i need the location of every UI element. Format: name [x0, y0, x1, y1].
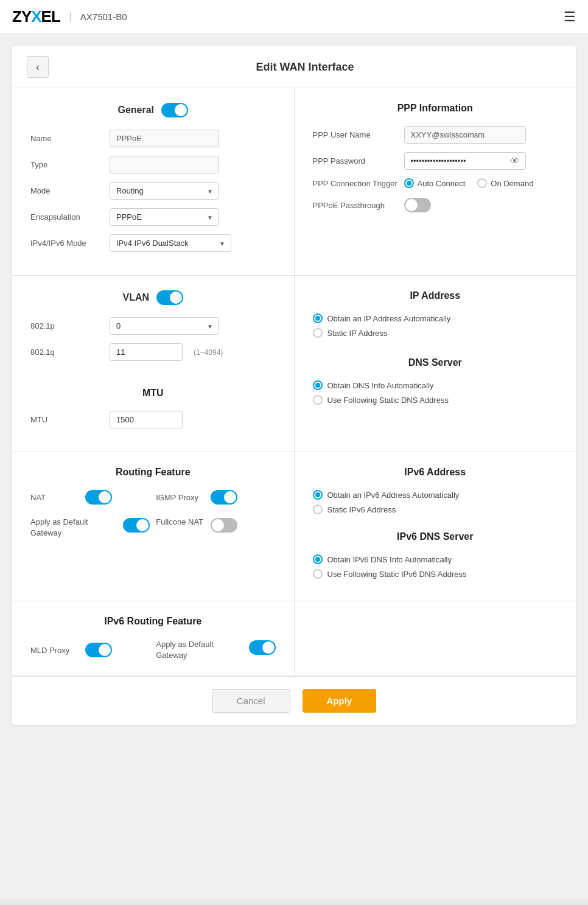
igmp-toggle[interactable]: [211, 490, 237, 505]
dns-static-label: Use Following Static DNS Address: [327, 396, 449, 405]
ppp-passthrough-row: PPPoE Passthrough: [313, 198, 558, 212]
page-header: ‹ Edit WAN Interface: [12, 46, 576, 88]
ipv6-dns-auto-radio[interactable]: [313, 554, 323, 564]
ipmode-select[interactable]: IPv4 IPv6 DualStack: [110, 234, 231, 252]
ipv6-dns-auto-row[interactable]: Obtain IPv6 DNS Info Automatically: [313, 554, 558, 564]
ipv6-dns-static-row[interactable]: Use Following Static IPv6 DNS Address: [313, 569, 558, 579]
routing-feature-title: Routing Feature: [30, 467, 276, 478]
ipv6-default-gw-item: Apply as Default Gateway: [156, 639, 275, 661]
name-input[interactable]: [110, 130, 219, 147]
8021q-label: 802.1q: [30, 348, 103, 357]
ipv6-static-label: Static IPv6 Address: [327, 505, 396, 514]
mode-select[interactable]: Routing: [110, 182, 219, 200]
8021p-select[interactable]: 0: [110, 317, 219, 335]
mode-label: Mode: [30, 186, 103, 195]
ip-auto-label: Obtain an IP Address Automatically: [327, 314, 451, 323]
ipv6-auto-row[interactable]: Obtain an IPv6 Address Automatically: [313, 490, 558, 500]
8021q-hint: (1~4094): [194, 348, 223, 357]
name-label: Name: [30, 134, 103, 143]
ipv6-auto-label: Obtain an IPv6 Address Automatically: [327, 491, 460, 500]
fullcone-toggle[interactable]: [211, 518, 237, 533]
general-title: General: [117, 105, 154, 116]
trigger-ondemand-label: On Demand: [491, 179, 533, 188]
password-eye-icon[interactable]: 👁: [510, 156, 520, 167]
section-ipv6-routing: IPv6 Routing Feature MLD Proxy Apply as …: [12, 601, 576, 676]
default-gw-item: Apply as Default Gateway: [30, 517, 150, 539]
mode-select-wrapper: Routing: [110, 182, 219, 200]
dns-static-radio[interactable]: [313, 395, 323, 405]
ppp-username-input[interactable]: [404, 126, 526, 144]
ipv6-address-title: IPv6 Address: [313, 467, 558, 478]
ipv6-default-gw-toggle[interactable]: [249, 640, 276, 655]
ppp-username-row: PPP User Name: [313, 126, 558, 144]
mld-label: MLD Proxy: [30, 646, 79, 655]
encap-label: Encapsulation: [30, 212, 103, 222]
mtu-row: MTU: [30, 411, 276, 428]
page-title: Edit WAN Interface: [49, 61, 561, 74]
vlan-toggle[interactable]: [156, 290, 183, 305]
ppp-password-label: PPP Password: [313, 156, 398, 166]
apply-button[interactable]: Apply: [303, 689, 377, 713]
ppp-password-wrapper: 👁: [404, 152, 526, 170]
nat-label: NAT: [30, 493, 79, 502]
routing-feature-section: Routing Feature NAT IGMP Proxy Apply as …: [12, 452, 295, 601]
general-toggle[interactable]: [161, 103, 188, 117]
ip-dns-section: IP Address Obtain an IP Address Automati…: [295, 276, 576, 452]
ipv6-dns-group: Obtain IPv6 DNS Info Automatically Use F…: [313, 554, 558, 579]
mtu-title: MTU: [30, 388, 276, 399]
header-left: ZYXEL AX7501-B0: [12, 7, 127, 26]
hamburger-menu[interactable]: ☰: [564, 9, 576, 25]
ipv6-auto-radio[interactable]: [313, 490, 323, 500]
nat-toggle[interactable]: [85, 490, 112, 505]
trigger-auto-option[interactable]: Auto Connect: [404, 178, 466, 188]
ipmode-select-wrapper: IPv4 IPv6 DualStack: [110, 234, 231, 252]
igmp-item: IGMP Proxy: [156, 490, 275, 505]
ipv6-dns-static-label: Use Following Static IPv6 DNS Address: [327, 570, 467, 579]
ipv6-static-row[interactable]: Static IPv6 Address: [313, 505, 558, 514]
8021q-input[interactable]: [110, 343, 183, 361]
mtu-input[interactable]: [110, 411, 183, 428]
igmp-label: IGMP Proxy: [156, 493, 205, 502]
trigger-auto-radio[interactable]: [404, 178, 414, 188]
dns-auto-radio[interactable]: [313, 380, 323, 390]
ipv6-dns-auto-label: Obtain IPv6 DNS Info Automatically: [327, 555, 452, 564]
ppp-passthrough-label: PPPoE Passthrough: [313, 201, 398, 210]
vlan-mtu-section: VLAN 802.1p 0 802.1q (1~4094) MTU: [12, 276, 295, 452]
8021p-row: 802.1p 0: [30, 317, 276, 335]
mld-toggle[interactable]: [85, 643, 112, 657]
ipv6-static-radio[interactable]: [313, 505, 323, 514]
trigger-ondemand-radio[interactable]: [477, 178, 487, 188]
main-card: ‹ Edit WAN Interface General Name Type M…: [12, 46, 576, 725]
ip-static-row[interactable]: Static IP Address: [313, 328, 558, 338]
back-button[interactable]: ‹: [27, 56, 49, 78]
ppp-trigger-row: PPP Connection Trigger Auto Connect On D…: [313, 178, 558, 189]
ppp-section: PPP Information PPP User Name PPP Passwo…: [295, 88, 576, 275]
dns-static-row[interactable]: Use Following Static DNS Address: [313, 395, 558, 405]
ipv6-routing-title: IPv6 Routing Feature: [30, 616, 276, 627]
8021q-row: 802.1q (1~4094): [30, 343, 276, 361]
section-general-ppp: General Name Type Mode Routing: [12, 88, 576, 276]
cancel-button[interactable]: Cancel: [212, 689, 290, 713]
ip-auto-row[interactable]: Obtain an IP Address Automatically: [313, 313, 558, 323]
type-label: Type: [30, 160, 103, 169]
ppp-password-input[interactable]: [404, 152, 526, 170]
dns-auto-row[interactable]: Obtain DNS Info Automatically: [313, 380, 558, 390]
type-input[interactable]: [110, 156, 219, 173]
encap-row: Encapsulation PPPoE: [30, 208, 276, 226]
ipv6-dns-static-radio[interactable]: [313, 569, 323, 579]
ppp-passthrough-toggle[interactable]: [404, 198, 431, 212]
ip-static-radio[interactable]: [313, 328, 323, 338]
encap-select[interactable]: PPPoE: [110, 208, 219, 226]
general-section: General Name Type Mode Routing: [12, 88, 295, 275]
name-row: Name: [30, 130, 276, 147]
vlan-header: VLAN: [30, 290, 276, 305]
ppp-trigger-options: Auto Connect On Demand: [404, 178, 534, 188]
default-gw-toggle[interactable]: [123, 518, 150, 533]
ipv6-routing-section: IPv6 Routing Feature MLD Proxy Apply as …: [12, 601, 295, 676]
vlan-title: VLAN: [122, 292, 149, 303]
ip-auto-radio[interactable]: [313, 313, 323, 323]
ip-address-group: Obtain an IP Address Automatically Stati…: [313, 313, 558, 338]
trigger-ondemand-option[interactable]: On Demand: [477, 178, 533, 188]
fullcone-label: Fullcone NAT: [156, 517, 205, 528]
dns-title: DNS Server: [313, 357, 558, 368]
